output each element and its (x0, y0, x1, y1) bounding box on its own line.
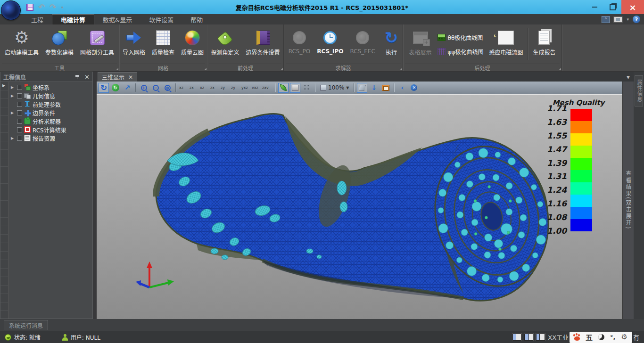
zoom-out-button[interactable]: − (150, 83, 161, 93)
close-button[interactable] (621, 0, 644, 14)
ime-settings-gear-icon[interactable]: ⚙ (621, 334, 627, 341)
axis-view-button-zy[interactable]: zy (220, 83, 231, 93)
generate-report-button[interactable]: 生成报告 (530, 25, 558, 63)
axis-view-button-zx[interactable]: zx (189, 83, 199, 93)
import-view-button[interactable]: ↓ (369, 83, 379, 93)
expand-icon[interactable]: ▶ (9, 111, 15, 115)
clear-view-button[interactable]: ✕ (409, 83, 419, 93)
share-view-button[interactable]: ‹ (397, 83, 407, 93)
checkbox[interactable] (17, 119, 22, 124)
restore-button[interactable] (603, 0, 621, 14)
quality-cloud-map-button[interactable]: 质量云图 (178, 25, 206, 63)
orbit-tool-button[interactable]: ↻ (110, 83, 121, 93)
checkbox[interactable] (17, 136, 22, 141)
tab-list-dropdown-icon[interactable]: ▼ (627, 75, 634, 82)
legend-value: 1.31 (547, 172, 567, 181)
help-icon[interactable]: ? (633, 16, 640, 23)
checkbox[interactable] (17, 110, 22, 115)
tree-item-report-resources[interactable]: ▶ 报告资源 (8, 134, 92, 142)
checkbox[interactable] (17, 93, 22, 98)
close-panel-icon[interactable]: ✕ (84, 74, 90, 80)
zoom-fit-button[interactable]: ⊕ (162, 83, 173, 93)
tab-em-computation[interactable]: 电磁计算 (52, 14, 94, 24)
axis-view-icon: zx (190, 86, 199, 90)
group-launcher-icon[interactable] (204, 68, 206, 70)
ime-moon-icon[interactable] (598, 334, 604, 340)
results-collapsed-strip[interactable]: 查看结果(双击展开) (622, 82, 634, 319)
checkbox[interactable] (17, 127, 22, 132)
ime-mode-label[interactable]: 五 (586, 332, 593, 342)
group-launcher-icon[interactable] (400, 68, 402, 70)
parameter-icon (24, 101, 31, 107)
ime-toolbar[interactable]: 五 °, ⚙ (570, 332, 632, 343)
mesh-partition-tool-button[interactable]: 网格剖分工具 (77, 25, 117, 63)
group-launcher-icon[interactable] (116, 68, 118, 70)
axis-view-button-vxz[interactable]: vxz (251, 83, 262, 93)
group-launcher-icon[interactable] (281, 68, 283, 70)
panel-splitter[interactable] (93, 72, 97, 319)
layout-wide-panel-icon[interactable] (524, 334, 533, 341)
axis-view-button-yxz[interactable]: yxz (241, 83, 251, 93)
property-info-tab[interactable]: 属性信息 (635, 75, 643, 106)
expand-icon[interactable]: ▶ (9, 85, 15, 90)
app-logo-icon[interactable] (1, 0, 21, 20)
tree-item-rcs-results[interactable]: RCS计算结果 (8, 125, 92, 134)
tree-item-boundary-conditions[interactable]: ▶ 边界条件 (8, 108, 92, 117)
axis-view-button-zxv[interactable]: zxv (262, 83, 272, 93)
render-leaf-button[interactable] (278, 83, 289, 93)
expand-icon[interactable]: ▶ (9, 136, 15, 140)
zoom-dropdown-icon[interactable]: ▼ (346, 86, 349, 90)
tab-3d-display[interactable]: 三维显示 ✕ (98, 72, 137, 82)
surface-display-button[interactable] (357, 83, 367, 93)
collapse-ribbon-icon[interactable]: ⌃ (602, 16, 610, 23)
layout-bottom-panel-icon[interactable] (536, 334, 545, 341)
ime-punctuation-icon[interactable]: °, (610, 334, 615, 341)
checkbox[interactable] (17, 85, 22, 90)
parametric-modeling-button[interactable]: 参数化建模 (42, 25, 76, 63)
axis-view-button-xz[interactable]: xz (199, 83, 210, 93)
layout-left-panel-icon[interactable] (512, 334, 521, 341)
induced-current-map-button[interactable]: 感应电磁流图 (486, 25, 526, 63)
zoom-level-control[interactable]: 100% ▼ (318, 84, 351, 91)
checkbox[interactable] (17, 102, 22, 107)
table-display-button: 表格展示 (406, 25, 435, 63)
system-message-tab[interactable]: 系统运行消息 (4, 320, 48, 330)
psi-polarization-curve-button[interactable]: ψψ极化曲线图 (436, 45, 486, 57)
theta-polarization-curve-button[interactable]: θθ极化曲线图 (436, 31, 486, 43)
pan-tool-button[interactable]: ↗ (122, 83, 132, 93)
execute-button[interactable]: ↻ 执行 (382, 25, 401, 63)
axis-view-button-zy[interactable]: zy (231, 83, 241, 93)
axis-view-button-xz[interactable]: xz (179, 83, 189, 93)
axis-triad (134, 259, 177, 293)
tab-help[interactable]: 帮助 (182, 14, 211, 24)
tree-item-coordinate-system[interactable]: ▶ 坐标系 (8, 83, 92, 91)
tree-item-geometry-info[interactable]: ▶ 几何信息 (8, 91, 92, 100)
pin-icon[interactable] (75, 75, 79, 79)
tab-project[interactable]: 工程 (23, 14, 52, 24)
zoom-in-button[interactable]: + (139, 83, 149, 93)
import-mesh-button[interactable]: 导入网格 (120, 25, 148, 63)
tab-software-settings[interactable]: 软件设置 (140, 14, 182, 24)
close-tab-icon[interactable]: ✕ (128, 74, 133, 81)
boundary-condition-settings-button[interactable]: 边界条件设置 (243, 25, 283, 63)
display-dropdown-icon[interactable]: ▾ (627, 17, 629, 22)
viewport-3d[interactable]: Mesh Quality 1.711.631.551.471.391.311.2… (97, 94, 622, 319)
tree-item-analysis-solver[interactable]: 分析求解器 (8, 117, 92, 125)
probe-angle-define-button[interactable]: 探测角定义 (208, 25, 242, 63)
scene-manager-button[interactable] (380, 83, 391, 93)
rotate-tool-button[interactable]: ↻ (99, 83, 109, 93)
minimize-button[interactable] (586, 0, 603, 14)
display-icon[interactable] (613, 16, 623, 23)
tab-data-display[interactable]: 数据&显示 (94, 14, 140, 24)
tree-item-preprocess-params[interactable]: 前处理参数 (8, 100, 92, 108)
group-launcher-icon[interactable] (559, 68, 561, 70)
axis-view-button-zx[interactable]: zx (210, 83, 220, 93)
flat-shade-button[interactable] (290, 83, 300, 93)
quality-check-button[interactable]: 质量检查 (149, 25, 177, 63)
expand-icon[interactable]: ▶ (9, 94, 15, 98)
legend-colorbar (570, 109, 592, 231)
rcs-ipo-button[interactable]: RCS_IPO (314, 25, 346, 63)
wireframe-button[interactable] (302, 83, 312, 93)
ime-logo-paw-icon[interactable] (574, 336, 580, 341)
launch-modeling-tool-button[interactable]: ⚙ 启动建模工具 (2, 25, 41, 63)
